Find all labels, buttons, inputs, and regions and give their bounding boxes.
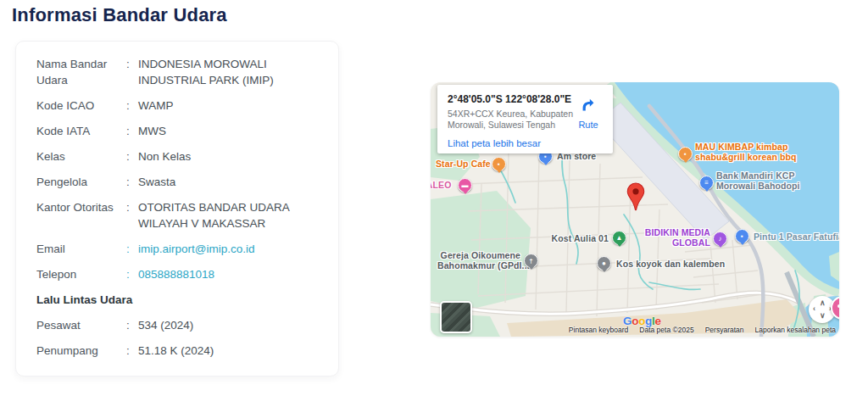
traffic-row-penumpang: Penumpang : 51.18 K (2024) — [36, 343, 318, 359]
row-label: Penumpang — [36, 343, 126, 359]
view-larger-map-link[interactable]: Lihat peta lebih besar — [448, 138, 541, 148]
pin-glyph: † — [529, 258, 532, 265]
poi-label-line: GLOBAL — [644, 237, 710, 248]
row-value: 534 (2024) — [138, 317, 318, 333]
row-value: Non Kelas — [138, 148, 318, 165]
info-row-email: Email : imip.airport@imip.co.id — [36, 241, 318, 257]
email-link[interactable]: imip.airport@imip.co.id — [138, 241, 318, 257]
traffic-row-pesawat: Pesawat : 534 (2024) — [36, 317, 318, 333]
row-value: WAMP — [138, 98, 318, 114]
info-row-pengelola: Pengelola : Swasta — [36, 174, 318, 190]
row-label: Pesawat — [36, 317, 126, 333]
google-map-embed[interactable]: ▪ ▬ ▪ ▪ ≡ ▲ ♪ ▪ † ● Star-Up Cafe MALEO A… — [431, 82, 839, 337]
satellite-toggle[interactable] — [440, 301, 472, 333]
pin-glyph: ♪ — [719, 236, 722, 243]
info-row-kelas: Kelas : Non Kelas — [36, 148, 318, 165]
pin-glyph: ▪ — [544, 153, 547, 160]
poi-label-line: Bahomakmur (GPdI... — [437, 260, 520, 271]
info-row-telepon: Telepon : 085888881018 — [36, 266, 318, 282]
row-colon: : — [126, 343, 138, 359]
pin-glyph: ≡ — [704, 180, 709, 187]
poi-label-mau-kimbap[interactable]: MAU KIMBAP kimbap shabu&grill korean bbq — [695, 142, 796, 162]
poi-label-line: Morowali Bahodopi — [716, 181, 800, 191]
route-button[interactable]: Rute — [569, 96, 608, 130]
info-row-nama: Nama Bandar Udara : INDONESIA MOROWALI I… — [36, 56, 318, 88]
pin-glyph: ● — [602, 260, 606, 267]
info-row-icao: Kode ICAO : WAMP — [36, 98, 318, 114]
page-title: Informasi Bandar Udara — [12, 3, 227, 27]
pin-glyph: ▪ — [498, 161, 500, 168]
row-colon: : — [126, 266, 138, 282]
row-colon: : — [126, 199, 138, 231]
restaurant-pin-icon[interactable]: ▪ — [678, 147, 693, 161]
row-colon: : — [126, 148, 138, 165]
poi-label-gereja[interactable]: Gereja Oikoumene Bahomakmur (GPdI... — [437, 250, 520, 271]
church-pin-icon[interactable]: † — [524, 254, 538, 268]
lodging-pin-icon[interactable]: ▲ — [612, 231, 626, 245]
pan-up-icon[interactable]: ∧ — [820, 299, 826, 307]
row-label: Nama Bandar Udara — [36, 56, 126, 88]
poi-label-line: Gereja Oikoumene — [437, 250, 520, 260]
poi-label-pintu-pasar[interactable]: Pintu 1 Pasar Fatufia — [754, 231, 839, 242]
terms-link[interactable]: Persyaratan — [705, 326, 744, 334]
row-label: Kode IATA — [36, 123, 126, 139]
poi-label-bidikin-media[interactable]: BIDIKIN MEDIA GLOBAL — [644, 227, 710, 248]
row-colon: : — [126, 317, 138, 333]
row-colon: : — [126, 123, 138, 139]
row-colon: : — [126, 241, 138, 257]
row-label: Telepon — [36, 266, 126, 282]
map-data-text: Data peta ©2025 — [639, 326, 693, 334]
pan-left-icon[interactable]: ‹ — [813, 305, 815, 313]
poi-label-line: Bank Mandiri KCP — [716, 170, 800, 181]
report-error-link[interactable]: Laporkan kesalahan peta — [755, 326, 836, 334]
traffic-section-header: Lalu Lintas Udara — [36, 292, 318, 308]
row-label: Kelas — [36, 148, 126, 165]
pin-glyph: ▬ — [462, 182, 469, 189]
row-label: Kantor Otoritas — [36, 199, 126, 231]
poi-label-kost-aulia[interactable]: Kost Aulia 01 — [548, 233, 609, 243]
poi-label-line: BIDIKIN MEDIA — [644, 227, 710, 237]
map-info-window: 2°48'05.0"S 122°08'28.0"E 54XR+CCX Keure… — [437, 85, 613, 153]
poi-label-bank-mandiri[interactable]: Bank Mandiri KCP Morowali Bahodopi — [716, 170, 800, 191]
row-value: INDONESIA MOROWALI INDUSTRIAL PARK (IMIP… — [138, 56, 318, 88]
pin-glyph: ▪ — [684, 151, 687, 158]
cafe-pin-icon[interactable]: ▪ — [492, 157, 506, 171]
poi-label-line: MAU KIMBAP kimbap — [695, 142, 796, 152]
poi-label-maleo[interactable]: MALEO — [431, 180, 451, 190]
music-pin-icon[interactable]: ♪ — [713, 231, 727, 246]
phone-link[interactable]: 085888881018 — [138, 266, 318, 282]
row-value: OTORITAS BANDAR UDARA WILAYAH V MAKASSAR — [138, 199, 318, 231]
pin-glyph: ▪ — [741, 233, 743, 240]
pin-glyph: ▲ — [616, 235, 623, 242]
row-colon: : — [126, 56, 138, 88]
cart-pin-icon[interactable]: ▪ — [735, 229, 749, 243]
keyboard-shortcuts-link[interactable]: Pintasan keyboard — [569, 326, 628, 334]
info-row-otoritas: Kantor Otoritas : OTORITAS BANDAR UDARA … — [36, 199, 318, 231]
poi-label-star-up-cafe[interactable]: Star-Up Cafe — [436, 159, 490, 169]
row-label: Kode ICAO — [36, 98, 126, 114]
row-colon: : — [126, 174, 138, 190]
route-label: Rute — [569, 120, 608, 130]
row-value: 51.18 K (2024) — [138, 343, 318, 359]
row-label: Email — [36, 241, 126, 257]
poi-label-kos-koyok[interactable]: Kos koyok dan kalemben — [616, 259, 725, 269]
directions-icon — [579, 96, 598, 114]
airport-info-card: Nama Bandar Udara : INDONESIA MOROWALI I… — [15, 41, 339, 376]
location-marker-icon[interactable] — [625, 182, 647, 216]
map-attribution: Pintasan keyboard Data peta ©2025 Persya… — [569, 326, 836, 334]
info-row-iata: Kode IATA : MWS — [36, 123, 318, 139]
row-label: Pengelola — [36, 174, 126, 190]
bank-pin-icon[interactable]: ≡ — [699, 176, 714, 190]
hotel-pin-icon[interactable]: ▬ — [458, 178, 472, 192]
row-colon: : — [126, 98, 138, 114]
poi-label-line: shabu&grill korean bbq — [695, 152, 796, 162]
generic-pin-icon[interactable]: ● — [597, 256, 611, 271]
row-value: Swasta — [138, 174, 318, 190]
row-value: MWS — [138, 123, 318, 139]
pan-down-icon[interactable]: ∨ — [820, 312, 826, 320]
